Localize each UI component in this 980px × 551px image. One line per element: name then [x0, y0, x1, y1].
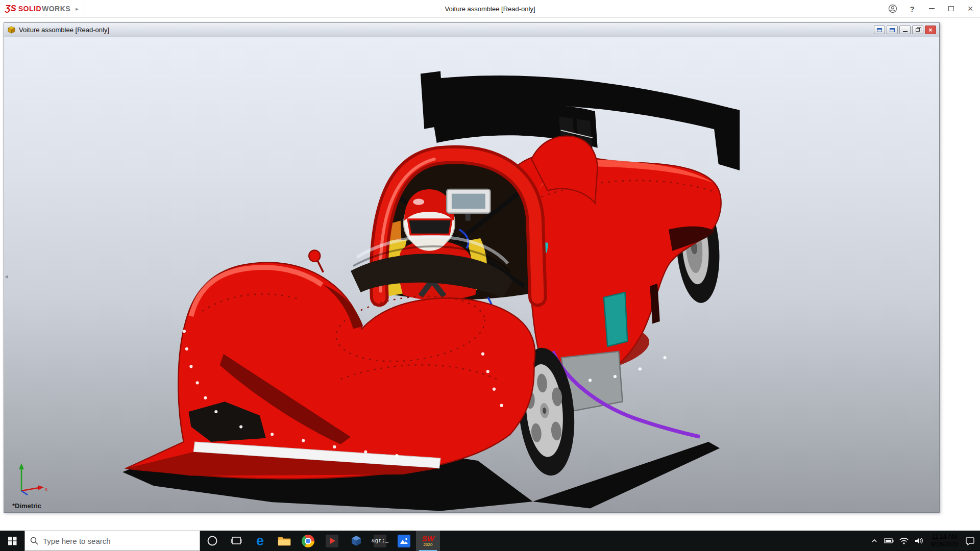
doc-new-window-button[interactable]	[887, 26, 898, 34]
person-icon	[888, 4, 897, 13]
minimize-icon	[903, 31, 908, 32]
volume-button[interactable]	[912, 531, 926, 551]
search-icon	[30, 537, 38, 545]
solidworks-2020-button[interactable]: SW 2020	[416, 531, 440, 551]
brand-works: WORKS	[42, 5, 70, 13]
doc-restore-button[interactable]	[912, 26, 923, 34]
cortana-icon	[207, 535, 218, 546]
file-explorer-button[interactable]	[272, 531, 296, 551]
task-view-icon	[231, 535, 242, 546]
side-mirror	[309, 250, 320, 261]
edge-icon: e	[256, 534, 264, 548]
windows-logo-icon	[8, 537, 17, 545]
task-view-button[interactable]	[224, 531, 248, 551]
y-axis-arrow	[19, 463, 24, 469]
chrome-button[interactable]	[296, 531, 320, 551]
mdi-area: Voiture assomblee [Read-only] ×	[0, 18, 980, 531]
panel-collapse-arrow-icon[interactable]: ◂	[5, 273, 8, 280]
z-axis-arrow	[21, 491, 28, 495]
side-window	[604, 292, 627, 346]
doc-close-button[interactable]: ×	[925, 26, 936, 34]
photos-icon	[398, 535, 410, 547]
x-axis-label: x	[45, 486, 47, 492]
notification-icon	[966, 537, 975, 545]
maximize-button[interactable]	[941, 0, 961, 17]
document-title: Voiture assomblee [Read-only]	[19, 26, 109, 34]
battery-button[interactable]	[883, 531, 896, 551]
tray-overflow-button[interactable]	[868, 531, 881, 551]
orientation-triad[interactable]: x	[13, 461, 50, 498]
speaker-icon	[915, 537, 923, 545]
close-button[interactable]: ×	[961, 0, 980, 17]
chrome-icon	[302, 535, 314, 547]
search-input[interactable]	[43, 537, 194, 545]
document-window-controls: ×	[874, 26, 936, 34]
menu-expand-arrow-icon[interactable]: ▸	[76, 6, 79, 12]
app-title: Voiture assomblee [Read-only]	[0, 5, 980, 13]
solidworks-logo: ƷS SOLID WORKS ▸	[0, 0, 84, 17]
start-button[interactable]	[0, 531, 24, 551]
cortana-button[interactable]	[200, 531, 224, 551]
minimize-button[interactable]	[922, 0, 941, 17]
close-icon: ×	[968, 4, 973, 13]
app-titlebar: Voiture assomblee [Read-only] ƷS SOLID W…	[0, 0, 980, 18]
restore-icon	[916, 28, 920, 32]
dassault-3ds-icon: ƷS	[5, 4, 16, 14]
account-button[interactable]	[883, 0, 902, 17]
viewport-3d[interactable]: x *Dimetric ◂	[4, 37, 939, 512]
window-icon	[890, 28, 895, 32]
doc-minimize-button[interactable]	[899, 26, 911, 34]
network-button[interactable]	[897, 531, 911, 551]
command-prompt-button[interactable]: &gt;_	[368, 531, 392, 551]
wifi-icon	[899, 537, 909, 545]
document-window: Voiture assomblee [Read-only] ×	[4, 22, 940, 513]
doc-view-window-button[interactable]	[874, 26, 885, 34]
edrawings-cube-icon	[350, 535, 362, 547]
taskbar-spacer	[440, 531, 868, 551]
brand-solid: SOLID	[18, 5, 41, 13]
help-button[interactable]: ?	[902, 0, 922, 17]
x-axis-arrow	[38, 485, 44, 490]
media-player-icon	[326, 535, 338, 547]
assembly-icon	[7, 26, 16, 34]
document-titlebar[interactable]: Voiture assomblee [Read-only] ×	[4, 23, 939, 37]
screen: Voiture assomblee [Read-only] ƷS SOLID W…	[0, 0, 980, 551]
media-player-button[interactable]	[320, 531, 344, 551]
clock[interactable]: 11:14 AM 9/16/2020	[927, 533, 962, 548]
system-tray: 11:14 AM 9/16/2020	[868, 531, 980, 551]
taskbar: e &gt;_	[0, 531, 980, 551]
question-mark-icon: ?	[910, 5, 914, 13]
window-controls: ? ×	[883, 0, 980, 17]
edrawings-button[interactable]	[344, 531, 368, 551]
close-icon: ×	[928, 27, 932, 33]
solidworks-2020-icon: SW 2020	[422, 535, 434, 547]
notification-center-button[interactable]	[963, 531, 977, 551]
window-icon	[877, 28, 882, 32]
maximize-icon	[948, 6, 954, 11]
battery-icon	[884, 537, 894, 545]
command-prompt-icon: &gt;_	[374, 535, 386, 547]
clock-time: 11:14 AM	[932, 533, 957, 541]
clock-date: 9/16/2020	[931, 541, 958, 548]
car-model[interactable]	[4, 37, 939, 512]
taskbar-search[interactable]	[24, 531, 200, 551]
file-explorer-icon	[278, 535, 291, 546]
edge-button[interactable]: e	[248, 531, 272, 551]
minimize-icon	[929, 8, 935, 9]
chevron-up-icon	[871, 537, 878, 544]
photos-button[interactable]	[392, 531, 416, 551]
view-orientation-label: *Dimetric	[12, 502, 41, 510]
